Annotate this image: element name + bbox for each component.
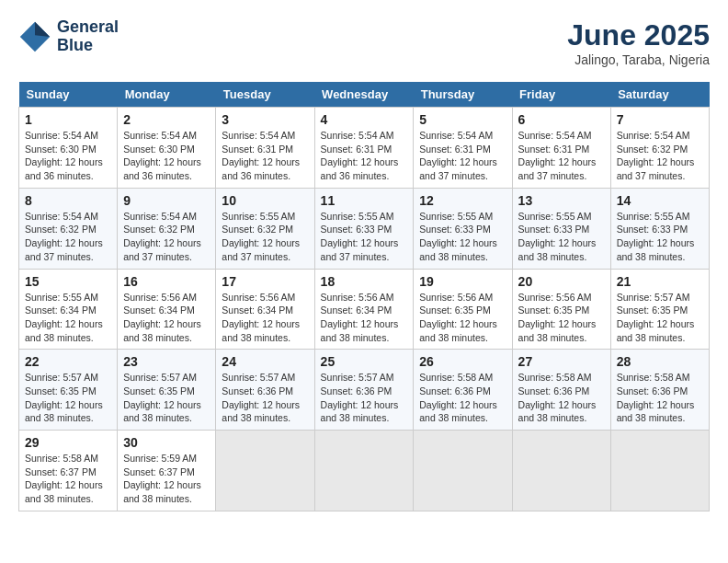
- day-info: Sunrise: 5:56 AM Sunset: 6:35 PM Dayligh…: [419, 291, 506, 345]
- day-info: Sunrise: 5:58 AM Sunset: 6:36 PM Dayligh…: [419, 371, 506, 425]
- day-number: 14: [617, 193, 703, 208]
- header-sunday: Sunday: [19, 82, 118, 108]
- day-info: Sunrise: 5:54 AM Sunset: 6:31 PM Dayligh…: [518, 129, 605, 183]
- calendar-cell: 23 Sunrise: 5:57 AM Sunset: 6:35 PM Dayl…: [118, 350, 216, 431]
- day-info: Sunrise: 5:55 AM Sunset: 6:33 PM Dayligh…: [419, 210, 506, 264]
- day-info: Sunrise: 5:55 AM Sunset: 6:33 PM Dayligh…: [617, 210, 703, 264]
- calendar-cell: 4 Sunrise: 5:54 AM Sunset: 6:31 PM Dayli…: [314, 108, 414, 189]
- calendar-cell: 1 Sunrise: 5:54 AM Sunset: 6:30 PM Dayli…: [19, 108, 118, 189]
- calendar-cell: [314, 431, 414, 511]
- day-info: Sunrise: 5:59 AM Sunset: 6:37 PM Dayligh…: [123, 452, 210, 506]
- header-wednesday: Wednesday: [314, 82, 414, 108]
- calendar-cell: 11 Sunrise: 5:55 AM Sunset: 6:33 PM Dayl…: [314, 188, 414, 269]
- calendar-cell: [216, 431, 314, 511]
- day-info: Sunrise: 5:57 AM Sunset: 6:35 PM Dayligh…: [123, 371, 210, 425]
- day-info: Sunrise: 5:54 AM Sunset: 6:30 PM Dayligh…: [123, 129, 210, 183]
- day-info: Sunrise: 5:58 AM Sunset: 6:36 PM Dayligh…: [518, 371, 605, 425]
- calendar-cell: 30 Sunrise: 5:59 AM Sunset: 6:37 PM Dayl…: [118, 431, 216, 511]
- day-number: 2: [123, 112, 210, 127]
- day-info: Sunrise: 5:54 AM Sunset: 6:32 PM Dayligh…: [123, 210, 210, 264]
- header-tuesday: Tuesday: [216, 82, 314, 108]
- calendar-cell: 13 Sunrise: 5:55 AM Sunset: 6:33 PM Dayl…: [512, 188, 610, 269]
- calendar-cell: [610, 431, 709, 511]
- calendar-cell: 27 Sunrise: 5:58 AM Sunset: 6:36 PM Dayl…: [512, 350, 610, 431]
- day-number: 3: [222, 112, 308, 127]
- calendar-cell: 5 Sunrise: 5:54 AM Sunset: 6:31 PM Dayli…: [414, 108, 512, 189]
- day-info: Sunrise: 5:56 AM Sunset: 6:34 PM Dayligh…: [321, 291, 408, 345]
- week-row-5: 29 Sunrise: 5:58 AM Sunset: 6:37 PM Dayl…: [19, 431, 710, 511]
- calendar-cell: 28 Sunrise: 5:58 AM Sunset: 6:36 PM Dayl…: [610, 350, 709, 431]
- day-number: 5: [419, 112, 506, 127]
- day-info: Sunrise: 5:58 AM Sunset: 6:37 PM Dayligh…: [25, 452, 111, 506]
- day-number: 11: [321, 193, 408, 208]
- day-info: Sunrise: 5:54 AM Sunset: 6:31 PM Dayligh…: [321, 129, 408, 183]
- day-number: 23: [123, 354, 210, 369]
- week-row-1: 1 Sunrise: 5:54 AM Sunset: 6:30 PM Dayli…: [19, 108, 710, 189]
- day-info: Sunrise: 5:57 AM Sunset: 6:35 PM Dayligh…: [25, 371, 111, 425]
- day-info: Sunrise: 5:57 AM Sunset: 6:35 PM Dayligh…: [617, 291, 703, 345]
- day-info: Sunrise: 5:58 AM Sunset: 6:36 PM Dayligh…: [617, 371, 703, 425]
- header-monday: Monday: [118, 82, 216, 108]
- day-number: 8: [25, 193, 111, 208]
- calendar-cell: 14 Sunrise: 5:55 AM Sunset: 6:33 PM Dayl…: [610, 188, 709, 269]
- day-number: 15: [25, 274, 111, 289]
- header-thursday: Thursday: [414, 82, 512, 108]
- day-number: 9: [123, 193, 210, 208]
- calendar-cell: 3 Sunrise: 5:54 AM Sunset: 6:31 PM Dayli…: [216, 108, 314, 189]
- day-info: Sunrise: 5:57 AM Sunset: 6:36 PM Dayligh…: [321, 371, 408, 425]
- calendar-cell: 20 Sunrise: 5:56 AM Sunset: 6:35 PM Dayl…: [512, 269, 610, 350]
- day-number: 24: [222, 354, 308, 369]
- calendar-cell: 9 Sunrise: 5:54 AM Sunset: 6:32 PM Dayli…: [118, 188, 216, 269]
- calendar-cell: 10 Sunrise: 5:55 AM Sunset: 6:32 PM Dayl…: [216, 188, 314, 269]
- calendar-cell: 8 Sunrise: 5:54 AM Sunset: 6:32 PM Dayli…: [19, 188, 118, 269]
- calendar-cell: 24 Sunrise: 5:57 AM Sunset: 6:36 PM Dayl…: [216, 350, 314, 431]
- day-info: Sunrise: 5:57 AM Sunset: 6:36 PM Dayligh…: [222, 371, 308, 425]
- calendar-cell: 17 Sunrise: 5:56 AM Sunset: 6:34 PM Dayl…: [216, 269, 314, 350]
- day-number: 19: [419, 274, 506, 289]
- day-info: Sunrise: 5:54 AM Sunset: 6:32 PM Dayligh…: [25, 210, 111, 264]
- day-info: Sunrise: 5:55 AM Sunset: 6:32 PM Dayligh…: [222, 210, 308, 264]
- header-saturday: Saturday: [610, 82, 709, 108]
- day-number: 12: [419, 193, 506, 208]
- day-number: 18: [321, 274, 408, 289]
- day-info: Sunrise: 5:56 AM Sunset: 6:35 PM Dayligh…: [518, 291, 605, 345]
- day-info: Sunrise: 5:55 AM Sunset: 6:34 PM Dayligh…: [25, 291, 111, 345]
- day-number: 20: [518, 274, 605, 289]
- calendar-cell: 19 Sunrise: 5:56 AM Sunset: 6:35 PM Dayl…: [414, 269, 512, 350]
- day-info: Sunrise: 5:54 AM Sunset: 6:31 PM Dayligh…: [419, 129, 506, 183]
- calendar-cell: 2 Sunrise: 5:54 AM Sunset: 6:30 PM Dayli…: [118, 108, 216, 189]
- page-header: General Blue June 2025 Jalingo, Taraba, …: [18, 18, 710, 67]
- calendar-cell: 18 Sunrise: 5:56 AM Sunset: 6:34 PM Dayl…: [314, 269, 414, 350]
- day-number: 22: [25, 354, 111, 369]
- day-number: 29: [25, 435, 111, 450]
- day-number: 10: [222, 193, 308, 208]
- calendar-cell: 16 Sunrise: 5:56 AM Sunset: 6:34 PM Dayl…: [118, 269, 216, 350]
- title-section: June 2025 Jalingo, Taraba, Nigeria: [567, 18, 710, 67]
- calendar-cell: [512, 431, 610, 511]
- calendar-cell: 7 Sunrise: 5:54 AM Sunset: 6:32 PM Dayli…: [610, 108, 709, 189]
- calendar-cell: 26 Sunrise: 5:58 AM Sunset: 6:36 PM Dayl…: [414, 350, 512, 431]
- day-info: Sunrise: 5:55 AM Sunset: 6:33 PM Dayligh…: [321, 210, 408, 264]
- day-info: Sunrise: 5:54 AM Sunset: 6:32 PM Dayligh…: [617, 129, 703, 183]
- calendar-cell: 22 Sunrise: 5:57 AM Sunset: 6:35 PM Dayl…: [19, 350, 118, 431]
- day-info: Sunrise: 5:55 AM Sunset: 6:33 PM Dayligh…: [518, 210, 605, 264]
- day-number: 27: [518, 354, 605, 369]
- calendar-table: SundayMondayTuesdayWednesdayThursdayFrid…: [18, 82, 710, 511]
- logo-text: General Blue: [57, 18, 119, 55]
- day-number: 30: [123, 435, 210, 450]
- day-info: Sunrise: 5:54 AM Sunset: 6:31 PM Dayligh…: [222, 129, 308, 183]
- calendar-header-row: SundayMondayTuesdayWednesdayThursdayFrid…: [19, 82, 710, 108]
- day-info: Sunrise: 5:56 AM Sunset: 6:34 PM Dayligh…: [222, 291, 308, 345]
- calendar-title: June 2025: [567, 18, 710, 52]
- week-row-2: 8 Sunrise: 5:54 AM Sunset: 6:32 PM Dayli…: [19, 188, 710, 269]
- day-number: 16: [123, 274, 210, 289]
- day-number: 26: [419, 354, 506, 369]
- day-number: 7: [617, 112, 703, 127]
- header-friday: Friday: [512, 82, 610, 108]
- logo: General Blue: [18, 18, 119, 55]
- day-info: Sunrise: 5:56 AM Sunset: 6:34 PM Dayligh…: [123, 291, 210, 345]
- day-number: 13: [518, 193, 605, 208]
- calendar-cell: 25 Sunrise: 5:57 AM Sunset: 6:36 PM Dayl…: [314, 350, 414, 431]
- day-info: Sunrise: 5:54 AM Sunset: 6:30 PM Dayligh…: [25, 129, 111, 183]
- day-number: 25: [321, 354, 408, 369]
